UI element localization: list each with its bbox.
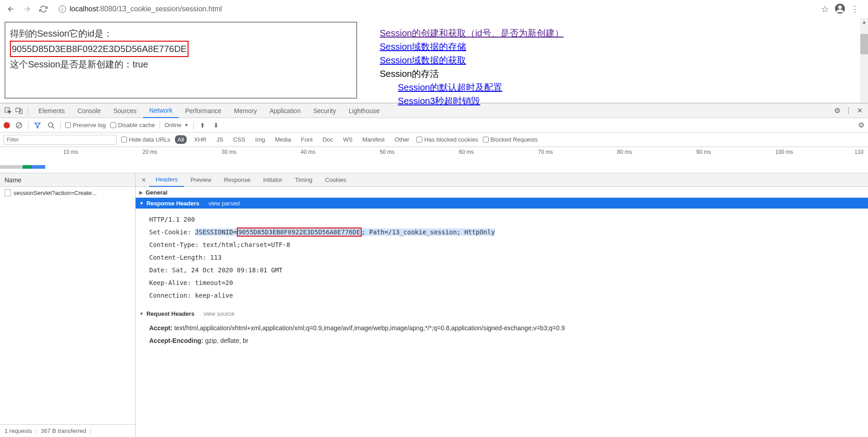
filter-other[interactable]: Other <box>392 135 412 144</box>
view-source-link[interactable]: view source <box>203 310 235 317</box>
file-icon <box>5 189 11 196</box>
tab-memory[interactable]: Memory <box>228 104 264 118</box>
hide-urls-checkbox[interactable]: Hide data URLs <box>121 136 170 143</box>
request-name: sessionServlet?action=Create... <box>14 190 97 196</box>
url-port: :8080 <box>98 5 116 13</box>
tab-console[interactable]: Console <box>71 104 107 118</box>
dtab-response[interactable]: Response <box>217 173 257 187</box>
link-create-get[interactable]: Session的创建和获取（id号、是否为新创建） <box>380 26 564 40</box>
footer-transferred: 367 B transferred <box>41 428 86 434</box>
tl-100: 100 ms <box>775 149 793 155</box>
list-header-name[interactable]: Name <box>0 173 135 187</box>
filter-js[interactable]: JS <box>214 135 226 144</box>
detail-body: ▶General ▼Response Headersview parsed HT… <box>136 187 868 437</box>
close-detail-icon[interactable]: × <box>138 176 149 184</box>
session-id-label: 得到的Session它的id是： <box>10 26 352 41</box>
blocked-requests-checkbox[interactable]: Blocked Requests <box>483 136 538 143</box>
section-request-headers[interactable]: ▼Request Headersview source <box>136 308 868 319</box>
blocked-cookies-checkbox[interactable]: Has blocked cookies <box>416 136 478 143</box>
timeline[interactable]: 10 ms 20 ms 30 ms 40 ms 50 ms 60 ms 70 m… <box>0 147 868 173</box>
dtab-headers[interactable]: Headers <box>149 173 184 187</box>
user-icon[interactable] <box>835 3 845 15</box>
filter-manifest[interactable]: Manifest <box>360 135 387 144</box>
dtab-preview[interactable]: Preview <box>184 173 217 187</box>
reload-button[interactable] <box>37 3 50 15</box>
device-icon[interactable] <box>14 105 24 116</box>
inspect-icon[interactable] <box>3 105 14 116</box>
clear-icon[interactable] <box>14 121 24 130</box>
req-accept-encoding: Accept-Encoding: gzip, deflate, br <box>149 334 868 347</box>
dtab-initiator[interactable]: Initiator <box>257 173 289 187</box>
download-icon[interactable]: ⬇ <box>212 121 221 130</box>
search-icon[interactable] <box>47 121 56 130</box>
tl-110: 110 <box>854 149 863 155</box>
preserve-log-checkbox[interactable]: Preserve log <box>65 122 106 128</box>
tl-10: 10 ms <box>63 149 78 155</box>
hdr-status: HTTP/1.1 200 <box>149 213 868 226</box>
filter-css[interactable]: CSS <box>231 135 248 144</box>
throttling-select[interactable]: Online▼ <box>165 122 189 128</box>
info-icon[interactable]: i <box>59 5 66 13</box>
tl-70: 70 ms <box>538 149 553 155</box>
filter-input[interactable] <box>4 135 117 145</box>
tl-30: 30 ms <box>222 149 236 155</box>
link-3s-timeout[interactable]: Session3秒超时销毁 <box>398 94 480 108</box>
upload-icon[interactable]: ⬆ <box>198 121 207 130</box>
page-content: 得到的Session它的id是： 9055D85D3EB8F0922E3D5D5… <box>0 18 868 103</box>
session-id-value: 9055D85D3EB8F0922E3D5D56A8E776DE <box>10 41 189 57</box>
link-store[interactable]: Session域数据的存储 <box>380 40 466 53</box>
tab-application[interactable]: Application <box>263 104 307 118</box>
link-fetch[interactable]: Session域数据的获取 <box>380 53 466 67</box>
tab-network[interactable]: Network <box>143 104 179 118</box>
disable-cache-checkbox[interactable]: Disable cache <box>110 122 155 128</box>
filter-doc[interactable]: Doc <box>320 135 336 144</box>
view-parsed-link[interactable]: view parsed <box>208 200 240 207</box>
list-item[interactable]: sessionServlet?action=Create... <box>0 187 135 199</box>
filter-font[interactable]: Font <box>298 135 316 144</box>
forward-button[interactable] <box>21 3 33 15</box>
filter-img[interactable]: Img <box>253 135 268 144</box>
section-general[interactable]: ▶General <box>136 187 868 198</box>
tab-sources[interactable]: Sources <box>107 104 143 118</box>
filter-icon[interactable] <box>33 121 42 130</box>
url-bar[interactable]: i localhost:8080/13_cookie_session/sessi… <box>53 2 817 16</box>
is-new-value: true <box>132 59 148 69</box>
scroll-up-icon[interactable]: ▲ <box>860 18 868 26</box>
dtab-timing[interactable]: Timing <box>289 173 319 187</box>
link-default-timeout[interactable]: Session的默认超时及配置 <box>398 81 502 94</box>
tab-elements[interactable]: Elements <box>32 104 71 118</box>
url-path: /13_cookie_session/session.html <box>116 5 222 13</box>
more-icon[interactable]: ⋮ <box>845 106 852 115</box>
scrollbar-thumb[interactable] <box>860 34 868 54</box>
settings-icon[interactable]: ⚙ <box>858 121 864 129</box>
filter-media[interactable]: Media <box>272 135 293 144</box>
request-list: Name sessionServlet?action=Create... 1 r… <box>0 173 136 437</box>
hdr-set-cookie: Set-Cookie: JSESSIONID=9055D85D3EB8F0922… <box>149 226 868 238</box>
close-icon[interactable]: ✕ <box>857 106 863 115</box>
tab-security[interactable]: Security <box>307 104 343 118</box>
left-frame: 得到的Session它的id是： 9055D85D3EB8F0922E3D5D5… <box>5 22 357 99</box>
req-accept: Accept: text/html,application/xhtml+xml,… <box>149 322 868 334</box>
filter-all[interactable]: All <box>175 135 187 144</box>
response-header-lines: HTTP/1.1 200 Set-Cookie: JSESSIONID=9055… <box>136 209 868 308</box>
tl-50: 50 ms <box>380 149 395 155</box>
dtab-cookies[interactable]: Cookies <box>319 173 353 187</box>
filter-ws[interactable]: WS <box>340 135 355 144</box>
section-response-headers[interactable]: ▼Response Headersview parsed <box>136 198 868 209</box>
back-button[interactable] <box>5 3 17 15</box>
tab-performance[interactable]: Performance <box>179 104 227 118</box>
list-footer: 1 requests | 367 B transferred | <box>0 424 135 437</box>
link-survive: Session的存活 <box>380 67 564 81</box>
star-icon[interactable]: ☆ <box>821 4 829 14</box>
timeline-bar <box>0 165 45 170</box>
filter-xhr[interactable]: XHR <box>191 135 209 144</box>
network-toolbar: Preserve log Disable cache Online▼ ⬆ ⬇ ⚙ <box>0 118 868 133</box>
tl-80: 80 ms <box>617 149 632 155</box>
tl-20: 20 ms <box>142 149 157 155</box>
tl-40: 40 ms <box>301 149 316 155</box>
record-button[interactable] <box>4 122 10 128</box>
detail-tabs: × Headers Preview Response Initiator Tim… <box>136 173 868 187</box>
menu-icon[interactable]: ⋮ <box>851 4 859 14</box>
gear-icon[interactable]: ⚙ <box>834 106 840 115</box>
scrollbar[interactable]: ▲ <box>860 18 868 103</box>
